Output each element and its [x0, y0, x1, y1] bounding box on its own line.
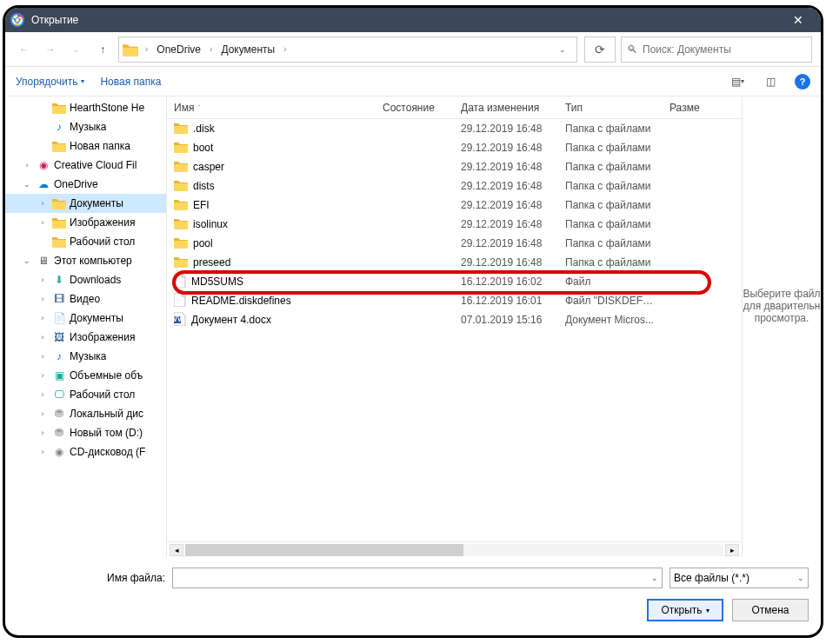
up-button[interactable]: ↑	[92, 39, 113, 60]
forward-button[interactable]: →	[40, 39, 61, 60]
tree-item[interactable]: ›⬇Downloads	[5, 270, 166, 289]
tree-item[interactable]: Новая папка	[5, 136, 166, 156]
file-date: 16.12.2019 16:01	[454, 295, 558, 307]
tree-item[interactable]: ›⛃Новый том (D:)	[5, 423, 166, 442]
tree-item[interactable]: ⌄🖥Этот компьютер	[5, 251, 166, 270]
tree-item[interactable]: ›📄Документы	[5, 309, 166, 328]
folder-icon	[52, 235, 66, 249]
folder-icon	[174, 256, 188, 270]
search-input[interactable]	[643, 43, 806, 56]
header-state[interactable]: Состояние	[376, 102, 454, 114]
music-icon: ♪	[52, 120, 66, 134]
help-icon[interactable]: ?	[795, 74, 810, 90]
close-icon[interactable]: ✕	[781, 13, 816, 27]
tree-label: Новый том (D:)	[70, 427, 143, 439]
organize-menu[interactable]: Упорядочить ▾	[16, 76, 84, 88]
tree-item[interactable]: HearthStone He	[5, 98, 166, 117]
file-name: MD5SUMS	[191, 276, 243, 288]
expand-icon[interactable]: ›	[37, 314, 49, 322]
file-date: 29.12.2019 16:48	[454, 161, 558, 173]
folder-icon	[174, 141, 188, 156]
filename-input[interactable]: ⌄	[172, 568, 663, 588]
tree-item[interactable]: Рабочий стол	[5, 232, 166, 251]
file-row[interactable]: isolinux29.12.2019 16:48Папка с файлами	[167, 215, 742, 234]
expand-icon[interactable]: ›	[37, 390, 49, 399]
header-name[interactable]: Имя ˆ	[167, 102, 376, 114]
search-box[interactable]: 🔍︎	[621, 37, 812, 63]
tree-item[interactable]: ›♪Музыка	[5, 347, 166, 366]
expand-icon[interactable]: ›	[21, 161, 33, 169]
file-name: preseed	[193, 256, 230, 269]
tree-item[interactable]: ›🖵Рабочий стол	[5, 385, 166, 404]
tree-item[interactable]: ›▣Объемные объ	[5, 366, 166, 385]
recent-dropdown[interactable]: ⌄	[66, 39, 87, 60]
cancel-button[interactable]: Отмена	[732, 599, 809, 621]
back-button[interactable]: ←	[14, 39, 35, 60]
open-button[interactable]: Открыть ▾	[647, 599, 723, 621]
expand-icon[interactable]: ›	[37, 409, 49, 418]
expand-icon[interactable]: ›	[37, 199, 49, 208]
file-row[interactable]: .disk29.12.2019 16:48Папка с файлами	[167, 119, 742, 138]
expand-icon[interactable]: ⌄	[21, 256, 33, 265]
tree-item[interactable]: ›Изображения	[5, 213, 166, 232]
chevron-right-icon[interactable]: ›	[143, 44, 150, 54]
tree-item[interactable]: ›Документы	[5, 194, 166, 213]
expand-icon[interactable]: ⌄	[21, 180, 33, 189]
tree-item[interactable]: ›◉CD-дисковод (F	[5, 442, 166, 461]
file-row[interactable]: boot29.12.2019 16:48Папка с файлами	[167, 138, 742, 157]
breadcrumb-onedrive[interactable]: OneDrive	[151, 42, 206, 57]
tree-item[interactable]: ›⛃Локальный дис	[5, 404, 166, 423]
header-type[interactable]: Тип	[558, 102, 663, 114]
scroll-right-icon[interactable]: ▸	[725, 544, 739, 556]
expand-icon[interactable]: ›	[37, 448, 49, 456]
tree-label: Рабочий стол	[70, 236, 135, 248]
scroll-track[interactable]	[185, 544, 723, 556]
preview-pane-button[interactable]: ◫	[762, 73, 779, 90]
file-row[interactable]: WДокумент 4.docx07.01.2019 15:16Документ…	[167, 310, 742, 329]
expand-icon[interactable]: ›	[37, 333, 49, 342]
file-row[interactable]: casper29.12.2019 16:48Папка с файлами	[167, 157, 742, 176]
header-size[interactable]: Разме	[663, 102, 715, 114]
file-row[interactable]: pool29.12.2019 16:48Папка с файлами	[167, 234, 742, 253]
expand-icon[interactable]: ›	[37, 295, 49, 303]
expand-icon[interactable]: ›	[37, 371, 49, 380]
file-row[interactable]: preseed29.12.2019 16:48Папка с файлами	[167, 253, 742, 272]
folder-icon	[52, 196, 66, 210]
tree-item[interactable]: ⌄☁OneDrive	[5, 175, 166, 194]
file-row[interactable]: dists29.12.2019 16:48Папка с файлами	[167, 176, 742, 196]
file-name: boot	[193, 142, 213, 154]
horizontal-scrollbar[interactable]: ◂ ▸	[167, 541, 742, 557]
file-date: 16.12.2019 16:02	[454, 276, 558, 288]
file-date: 29.12.2019 16:48	[454, 180, 558, 192]
folder-tree[interactable]: HearthStone He♪МузыкаНовая папка›◉Creati…	[5, 96, 167, 557]
file-row[interactable]: EFI29.12.2019 16:48Папка с файлами	[167, 196, 742, 215]
tree-item[interactable]: ›🎞Видео	[5, 289, 166, 309]
expand-icon[interactable]: ›	[37, 276, 49, 284]
tree-item[interactable]: ›◉Creative Cloud Fil	[5, 156, 166, 175]
file-type-filter[interactable]: Все файлы (*.*)⌄	[669, 568, 809, 588]
tree-label: Локальный дис	[70, 408, 143, 420]
expand-icon[interactable]: ›	[37, 352, 49, 361]
dropdown-icon[interactable]: ⌄	[552, 39, 573, 60]
column-headers[interactable]: Имя ˆ Состояние Дата изменения Тип Разме	[167, 96, 742, 119]
tree-label: Музыка	[70, 121, 106, 133]
breadcrumb-documents[interactable]: Документы	[216, 42, 280, 57]
chevron-right-icon[interactable]: ›	[208, 44, 214, 54]
view-mode-button[interactable]: ▤ ▾	[729, 73, 746, 90]
address-bar[interactable]: › OneDrive › Документы › ⌄	[118, 37, 577, 63]
file-row[interactable]: MD5SUMS16.12.2019 16:02Файл	[167, 272, 742, 291]
file-row[interactable]: README.diskdefines16.12.2019 16:01Файл "…	[167, 291, 742, 310]
scroll-thumb[interactable]	[185, 544, 463, 556]
scroll-left-icon[interactable]: ◂	[170, 544, 183, 556]
new-folder-button[interactable]: Новая папка	[100, 76, 161, 88]
video-icon: 🎞	[52, 292, 66, 306]
chevron-right-icon[interactable]: ›	[282, 44, 288, 54]
expand-icon[interactable]: ›	[37, 218, 49, 227]
tree-item[interactable]: ♪Музыка	[5, 117, 166, 136]
expand-icon[interactable]: ›	[37, 428, 49, 437]
tree-item[interactable]: ›🖼Изображения	[5, 328, 166, 347]
header-date[interactable]: Дата изменения	[454, 102, 558, 114]
refresh-button[interactable]: ⟳	[584, 37, 616, 63]
docx-icon: W	[174, 312, 186, 329]
pc-icon: 🖥	[37, 254, 50, 268]
